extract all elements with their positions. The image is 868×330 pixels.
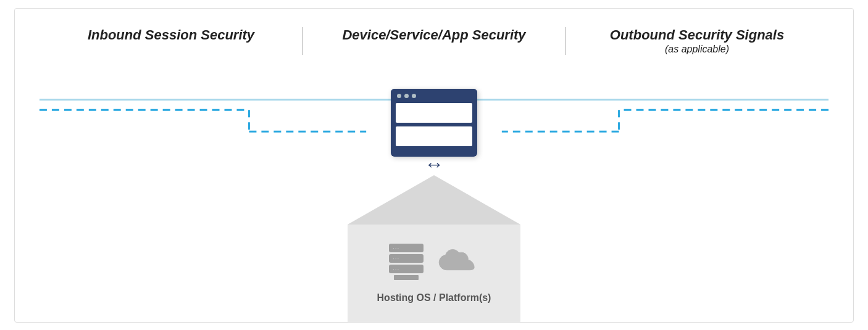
server-unit-3	[389, 265, 424, 273]
house-body: Hosting OS / Platform(s)	[348, 225, 520, 323]
browser-dot-3	[412, 94, 416, 98]
hosting-label: Hosting OS / Platform(s)	[377, 292, 491, 303]
header-label-inbound: Inbound Session Security	[88, 27, 254, 43]
header-label-device: Device/Service/App Security	[342, 27, 525, 43]
header-col-outbound: Outbound Security Signals (as applicable…	[565, 27, 828, 56]
header-label-outbound: Outbound Security Signals (as applicable…	[610, 27, 784, 56]
cloud-icon	[436, 247, 479, 278]
building-wrapper: Hosting OS / Platform(s)	[348, 175, 520, 323]
server-rack-1	[389, 244, 424, 252]
server-rack-3	[389, 265, 424, 273]
browser-dot-1	[397, 94, 401, 98]
browser-dot-2	[404, 94, 409, 98]
double-arrow-icon: ↔	[424, 154, 444, 174]
header-col-device: Device/Service/App Security	[303, 27, 565, 56]
browser-body-1	[396, 103, 472, 123]
header-col-inbound: Inbound Session Security	[40, 27, 303, 56]
server-base	[394, 275, 419, 280]
browser-window-icon	[391, 89, 477, 157]
server-unit-2	[389, 254, 424, 263]
server-rack-2	[389, 254, 424, 263]
diagram-container: Inbound Session Security Device/Service/…	[14, 8, 854, 323]
browser-titlebar	[391, 89, 477, 103]
header-section: Inbound Session Security Device/Service/…	[15, 9, 853, 56]
house-icons	[389, 244, 479, 280]
browser-body-2	[396, 126, 472, 146]
house-shape: Hosting OS / Platform(s)	[348, 175, 520, 323]
center-area: ↔	[348, 89, 520, 323]
server-icon	[389, 244, 424, 280]
server-unit-1	[389, 244, 424, 252]
house-roof	[348, 175, 520, 225]
